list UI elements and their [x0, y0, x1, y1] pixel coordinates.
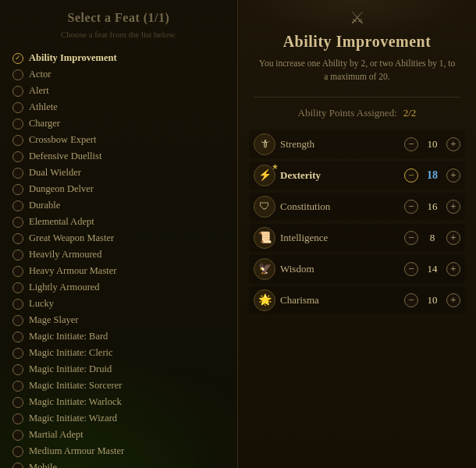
- ability-plus-button[interactable]: +: [446, 262, 460, 276]
- feat-item[interactable]: Dual Wielder: [9, 165, 231, 181]
- feat-item[interactable]: Defensive Duellist: [9, 148, 231, 165]
- radio-circle: [12, 446, 23, 457]
- radio-circle: [12, 86, 23, 97]
- ability-plus-button[interactable]: +: [446, 231, 460, 245]
- radio-circle: [12, 233, 23, 244]
- feat-name: Alert: [29, 85, 49, 97]
- radio-circle: [12, 332, 23, 342]
- radio-circle: [12, 102, 23, 113]
- feat-name: Charger: [29, 118, 60, 129]
- feat-item[interactable]: Durable: [9, 197, 231, 214]
- radio-circle: [12, 413, 23, 424]
- feat-item[interactable]: Heavy Armour Master: [9, 263, 231, 279]
- ability-row: 🦅Wisdom−14+: [249, 255, 465, 283]
- ability-value: 16: [423, 200, 442, 213]
- feat-item[interactable]: Mobile: [9, 459, 231, 468]
- feat-item[interactable]: Magic Initiate: Bard: [9, 328, 231, 345]
- feat-name: Heavy Armour Master: [29, 265, 116, 277]
- ability-value: 10: [423, 138, 442, 151]
- radio-circle: [12, 119, 23, 129]
- ability-value: 18: [423, 169, 442, 182]
- ability-minus-button[interactable]: −: [404, 293, 418, 307]
- ability-minus-button[interactable]: −: [404, 231, 418, 245]
- feat-name: Durable: [29, 200, 60, 211]
- ability-icon: 📜: [254, 227, 275, 249]
- ability-minus-button[interactable]: −: [404, 262, 418, 276]
- feat-name: Lucky: [29, 298, 54, 310]
- feat-item[interactable]: Mage Slayer: [9, 312, 231, 328]
- feat-name: Elemental Adept: [29, 216, 94, 228]
- radio-circle: [12, 282, 23, 293]
- feat-name: Mobile: [29, 462, 57, 468]
- feat-item[interactable]: Alert: [9, 83, 231, 99]
- feat-name: Magic Initiate: Cleric: [29, 347, 113, 359]
- ability-plus-button[interactable]: +: [446, 168, 460, 183]
- divider: [254, 97, 460, 98]
- feat-name: Magic Initiate: Druid: [29, 363, 112, 375]
- ability-points-row: Ability Points Assigned: 2/2: [238, 105, 476, 130]
- ability-row: 🗡Strength−10+: [249, 130, 465, 158]
- radio-circle: [12, 217, 23, 228]
- radio-circle: [12, 397, 23, 408]
- feat-item[interactable]: Magic Initiate: Wizard: [9, 410, 231, 427]
- radio-circle: [12, 381, 23, 392]
- feat-name: Magic Initiate: Wizard: [29, 413, 117, 424]
- feat-item[interactable]: Lucky: [9, 296, 231, 312]
- feat-name: Ability Improvement: [29, 52, 117, 64]
- feat-name: Magic Initiate: Bard: [29, 331, 108, 342]
- feat-item[interactable]: Magic Initiate: Cleric: [9, 345, 231, 361]
- feat-item[interactable]: Ability Improvement: [9, 50, 231, 66]
- feat-name: Medium Armour Master: [29, 445, 124, 457]
- ability-star-icon: ★: [272, 162, 279, 171]
- radio-circle: [12, 348, 23, 359]
- feat-item[interactable]: Magic Initiate: Warlock: [9, 394, 231, 410]
- radio-circle: [12, 69, 23, 80]
- feat-name: Dual Wielder: [29, 167, 81, 179]
- feat-item[interactable]: Dungeon Delver: [9, 181, 231, 197]
- ability-name: Strength: [280, 138, 400, 151]
- ability-name: Wisdom: [280, 263, 400, 275]
- feat-name: Magic Initiate: Sorcerer: [29, 380, 122, 392]
- ability-icon: 🛡: [254, 196, 275, 218]
- ability-minus-button[interactable]: −: [404, 168, 418, 183]
- feat-name: Lightly Armoured: [29, 282, 100, 293]
- feat-item[interactable]: Great Weapon Master: [9, 230, 231, 246]
- feat-item[interactable]: Heavily Armoured: [9, 246, 231, 263]
- feat-name: Athlete: [29, 101, 58, 113]
- ability-row: ⚡★Dexterity−18+: [249, 161, 465, 190]
- feat-item[interactable]: Crossbow Expert: [9, 132, 231, 148]
- feat-item[interactable]: Athlete: [9, 99, 231, 115]
- ability-minus-button[interactable]: −: [404, 200, 418, 214]
- ability-plus-button[interactable]: +: [446, 137, 460, 151]
- panel-subtitle: Choose a feat from the list below.: [0, 28, 237, 47]
- ability-minus-button[interactable]: −: [404, 137, 418, 151]
- radio-circle: [12, 430, 23, 441]
- radio-circle: [12, 135, 23, 146]
- feat-item[interactable]: Elemental Adept: [9, 214, 231, 230]
- feat-item[interactable]: Lightly Armoured: [9, 279, 231, 296]
- radio-circle: [12, 151, 23, 162]
- feat-name: Crossbow Expert: [29, 134, 96, 146]
- feat-list: Ability ImprovementActorAlertAthleteChar…: [0, 47, 237, 468]
- ability-icon: 🗡: [254, 133, 275, 155]
- feat-name: Dungeon Delver: [29, 183, 94, 195]
- ability-icon: ⚡★: [254, 165, 275, 186]
- feat-item[interactable]: Medium Armour Master: [9, 443, 231, 459]
- ability-name: Intelligence: [280, 232, 400, 244]
- feat-name: Magic Initiate: Warlock: [29, 396, 122, 408]
- ability-row: 🌟Charisma−10+: [249, 286, 465, 314]
- ability-plus-button[interactable]: +: [446, 293, 460, 307]
- feat-item[interactable]: Magic Initiate: Druid: [9, 361, 231, 378]
- feat-item[interactable]: Martial Adept: [9, 427, 231, 443]
- radio-circle: [12, 200, 23, 211]
- left-panel: Select a Feat (1/1) Choose a feat from t…: [0, 0, 238, 468]
- right-panel: ⚔ Ability Improvement You increase one A…: [238, 0, 476, 468]
- feat-name: Martial Adept: [29, 429, 83, 441]
- ability-icon: 🦅: [254, 258, 275, 280]
- radio-circle: [12, 266, 23, 277]
- ability-plus-button[interactable]: +: [446, 200, 460, 214]
- feat-item[interactable]: Actor: [9, 66, 231, 83]
- feat-item[interactable]: Charger: [9, 115, 231, 132]
- feat-item[interactable]: Magic Initiate: Sorcerer: [9, 378, 231, 394]
- radio-circle: [12, 250, 23, 261]
